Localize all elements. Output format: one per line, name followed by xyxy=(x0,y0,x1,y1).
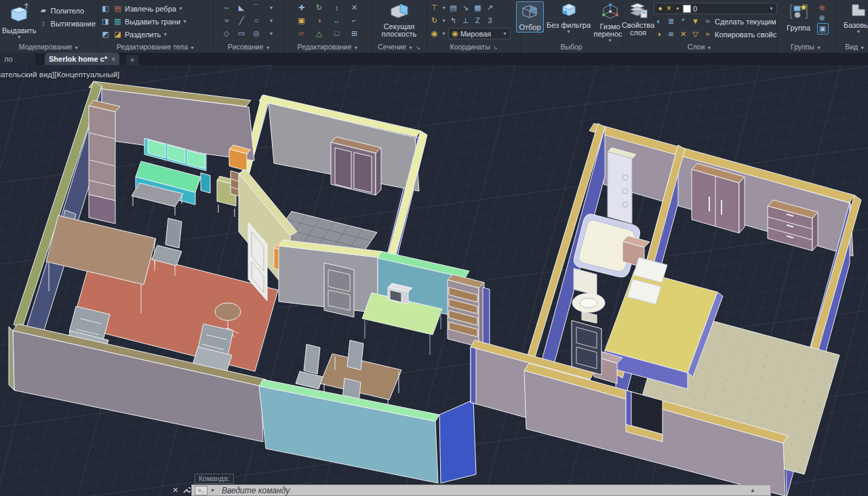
ucs-zaxis-icon[interactable]: ⊥ xyxy=(460,16,471,26)
ungroup-icon[interactable]: ⊕ xyxy=(817,3,827,13)
section-plane-button[interactable]: Секущаяплоскость xyxy=(380,1,418,38)
wrench-icon[interactable] xyxy=(182,484,191,496)
panel-title-solid-editing[interactable]: Редактирование тела ▼ xyxy=(98,43,213,53)
ucs-3point-icon[interactable]: 3 xyxy=(485,16,495,26)
panel-title-coordinates[interactable]: Координаты↘ xyxy=(427,43,520,53)
array-icon[interactable]: ⊞ xyxy=(349,28,359,39)
panel-title-layers[interactable]: Слои ▼ xyxy=(623,43,776,53)
separate-icon: ◪ xyxy=(113,29,123,39)
panel-title-view[interactable]: Вид ▼↘ xyxy=(835,43,868,53)
rotate-icon[interactable]: ↻ xyxy=(314,3,324,13)
fillet-icon[interactable]: ⌐ xyxy=(349,16,359,26)
ucs-origin-icon[interactable]: ↰ xyxy=(448,16,458,26)
group-selection-toggle-icon[interactable]: ▣ xyxy=(817,23,829,35)
chevron-down-icon: ▼ xyxy=(769,6,774,11)
panel-title-selection[interactable]: Выбор xyxy=(521,43,622,53)
command-expand-icon[interactable]: ▲ xyxy=(750,487,755,493)
solid-subtract-icon: ▤ xyxy=(113,3,123,14)
layer-properties-button[interactable]: Свойстваслоя xyxy=(625,1,652,37)
layer-freeze-icon: * xyxy=(678,16,688,26)
ucs-world-icon[interactable]: ◉ xyxy=(429,28,439,39)
extract-edges-button[interactable]: ◧ ▤ Извлечь ребра▼ xyxy=(100,2,187,15)
base-view-button[interactable]: Базовый ▼ xyxy=(841,1,868,34)
panel-title-groups[interactable]: Группы ▼ xyxy=(777,43,835,53)
extrude-button[interactable]: Выдавить ▼ xyxy=(2,1,37,39)
close-icon[interactable]: ✕ xyxy=(172,486,178,495)
group-icon xyxy=(789,2,809,24)
new-tab-button[interactable]: + xyxy=(126,55,138,65)
polysolid-button[interactable]: ▰ Политело xyxy=(39,4,96,17)
offset-icon[interactable]: ↔ xyxy=(332,16,342,26)
trim-icon[interactable]: ✕ xyxy=(349,3,359,13)
command-line[interactable]: >_ ▼ Введите команду ▲ xyxy=(191,484,771,496)
ucs-view-icon[interactable]: ↗ xyxy=(485,3,495,13)
culling-toggle-button[interactable]: Отбор xyxy=(516,1,543,33)
circle-icon[interactable]: ○ xyxy=(252,16,262,26)
group-edit-icon[interactable]: ⊗ xyxy=(817,13,827,23)
copy-icon[interactable]: ▣ xyxy=(296,16,307,26)
chevron-down-icon: ▼ xyxy=(502,31,507,36)
layer-unlock2-icon: ▽ xyxy=(690,29,701,39)
world-icon: ◉ xyxy=(452,28,458,39)
spline-icon[interactable]: ◣ xyxy=(237,3,247,13)
ellipse-icon[interactable]: ◎ xyxy=(252,28,262,39)
make-current-icon: ≈ xyxy=(703,16,713,26)
tab-start-partial[interactable]: ло xyxy=(0,53,35,65)
extrude-faces-button[interactable]: ◨ ▥ Выдавить грани▼ xyxy=(100,15,187,28)
ucs-named-icon[interactable]: ▤ xyxy=(448,3,458,13)
extract-edges-label: Извлечь ребра xyxy=(125,5,176,13)
move-icon[interactable]: ✚ xyxy=(296,3,307,13)
tab-drawing-active[interactable]: Sherlok home c* × xyxy=(45,53,119,65)
command-input[interactable]: Введите команду xyxy=(222,486,290,495)
layer-color-swatch xyxy=(683,5,691,13)
scale-icon[interactable]: □ xyxy=(332,28,342,39)
viewport[interactable]: вательский вид][Концептуальный] Команда:… xyxy=(0,65,868,496)
ucs-z-icon[interactable]: Z xyxy=(473,16,483,26)
panel-title-modify[interactable]: Редактирование ▼ xyxy=(285,43,371,53)
polyline-icon[interactable]: ～ xyxy=(222,3,232,13)
spline-cv-icon[interactable]: ≈ xyxy=(222,16,232,26)
explode-icon[interactable]: △ xyxy=(314,28,324,39)
panel-title-section[interactable]: Сечение ▼↘ xyxy=(372,43,427,53)
bathroom-cabinet xyxy=(608,148,636,224)
panel-title-modeling[interactable]: Моделирование ▼ xyxy=(0,43,98,53)
line-icon[interactable]: ╱ xyxy=(237,16,247,26)
panel-modeling: Выдавить ▼ ▰ Политело ↕ Вытягивание Моде… xyxy=(0,0,98,53)
wardrobe-shelf xyxy=(89,100,120,224)
tab-drawing-label: Sherlok home c* xyxy=(49,55,107,63)
erase-icon[interactable]: ▱ xyxy=(296,28,307,39)
file-tab-bar: ло Sherlok home c* × + xyxy=(0,53,868,65)
no-filter-button[interactable]: Без фильтра ▼ xyxy=(549,1,589,34)
ucs-face-icon[interactable]: ▦ xyxy=(473,3,483,13)
tab-close-icon[interactable]: × xyxy=(111,56,115,63)
ucs-previous-icon[interactable]: ↻ xyxy=(429,16,439,26)
chevron-down-icon[interactable]: ▼ xyxy=(210,488,215,493)
view-style-label[interactable]: вательский вид][Концептуальный] xyxy=(0,70,119,79)
right-apartment[interactable] xyxy=(471,123,861,496)
layer-dropdown-value: 0 xyxy=(693,5,697,13)
3d-model[interactable] xyxy=(9,81,861,496)
mirror-icon[interactable]: ◑ xyxy=(314,16,324,26)
panel-title-draw[interactable]: Рисование ▼ xyxy=(214,43,284,53)
dialog-launcher-icon[interactable]: ↘ xyxy=(493,45,498,51)
ucs-dropdown[interactable]: ◉ Мировая ▼ xyxy=(448,28,511,39)
copy-layer-props-icon: ≈ xyxy=(703,29,713,39)
presspull-button[interactable]: ↕ Вытягивание xyxy=(39,17,96,30)
layer-dropdown[interactable]: ● ☀ ▪ 0 ▼ xyxy=(654,3,777,14)
polygon-icon[interactable]: ◇ xyxy=(222,28,232,39)
ucs-icon[interactable]: ⊤ xyxy=(429,3,439,13)
solid-shell-icon: ◩ xyxy=(100,29,111,39)
no-filter-icon xyxy=(560,2,578,21)
separate-label: Разделить xyxy=(125,30,161,39)
arc-icon[interactable]: ⌒ xyxy=(252,3,262,13)
ucs-object-icon[interactable]: ↘ xyxy=(460,3,471,13)
rectangle-icon[interactable]: ▭ xyxy=(237,28,247,39)
stretch-icon[interactable]: ↕ xyxy=(332,3,342,13)
group-button[interactable]: Группа xyxy=(784,1,814,32)
viewport-canvas[interactable] xyxy=(0,65,868,496)
separate-button[interactable]: ◩ ◪ Разделить▼ xyxy=(100,28,187,41)
command-prompt-icon[interactable]: >_ xyxy=(195,486,208,495)
dialog-launcher-icon[interactable]: ↘ xyxy=(416,45,420,51)
panel-layers: Свойстваслоя ● ☀ ▪ 0 ▼ ◐ ≣ * xyxy=(623,0,777,53)
command-echo: Команда: xyxy=(195,474,234,484)
